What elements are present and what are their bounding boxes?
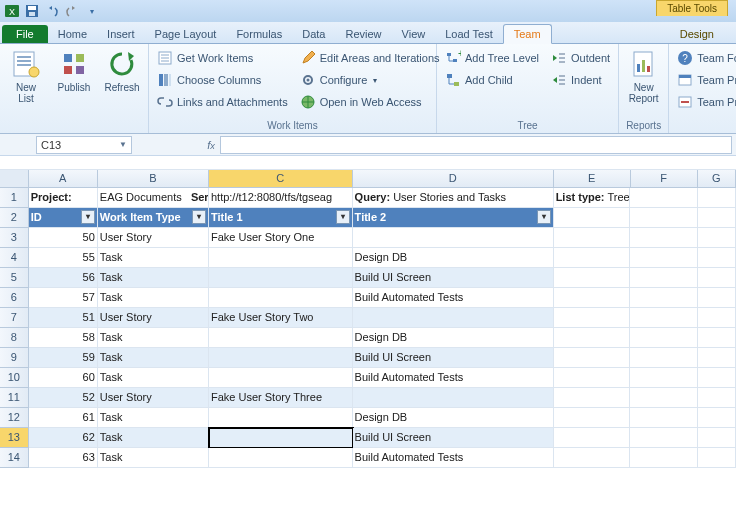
cell-A1[interactable]: Project: [29,188,98,208]
cell-blank[interactable] [554,388,631,408]
filter-icon[interactable]: ▾ [192,210,206,224]
cell-id[interactable]: 60 [29,368,98,388]
cell-title1[interactable]: Fake User Story Two [209,308,353,328]
cell-id[interactable]: 52 [29,388,98,408]
tab-design[interactable]: Design [666,25,728,43]
cell-title1[interactable] [209,328,353,348]
tab-team[interactable]: Team [503,24,552,44]
cell-title1[interactable] [209,248,353,268]
cell-blank[interactable] [698,428,736,448]
fx-icon[interactable]: fx [202,139,220,151]
tab-insert[interactable]: Insert [97,25,145,43]
cell-title1[interactable] [209,268,353,288]
tab-load-test[interactable]: Load Test [435,25,503,43]
cell-title2[interactable]: Build Automated Tests [353,368,554,388]
cell-wit[interactable]: Task [98,368,209,388]
header-work-item-type[interactable]: Work Item Type▾ [98,208,209,228]
cell-blank[interactable] [630,288,697,308]
cell-blank[interactable] [630,268,697,288]
col-header-A[interactable]: A [29,170,98,187]
cell-blank[interactable] [630,228,697,248]
redo-icon[interactable] [64,3,80,19]
publish-button[interactable]: Publish [52,46,96,119]
team-project-button-2[interactable]: Team Pr [673,92,736,112]
row-header-10[interactable]: 10 [0,368,29,388]
cell-blank[interactable] [698,388,736,408]
undo-icon[interactable] [44,3,60,19]
file-tab[interactable]: File [2,25,48,43]
cell-id[interactable]: 59 [29,348,98,368]
cell-blank[interactable] [698,448,736,468]
cell-id[interactable]: 56 [29,268,98,288]
cell-blank[interactable] [698,348,736,368]
cell-blank[interactable] [554,448,631,468]
add-tree-level-button[interactable]: +Add Tree Level [441,48,543,68]
tab-formulas[interactable]: Formulas [226,25,292,43]
cell-wit[interactable]: Task [98,408,209,428]
cell-blank[interactable] [698,328,736,348]
filter-icon[interactable]: ▾ [81,210,95,224]
cell-blank[interactable] [698,408,736,428]
cell-blank[interactable] [630,368,697,388]
col-header-E[interactable]: E [554,170,631,187]
cell-blank[interactable] [630,348,697,368]
cell-blank[interactable] [630,428,697,448]
cell-title2[interactable]: Design DB [353,408,554,428]
cell-wit[interactable]: Task [98,448,209,468]
row-header-8[interactable]: 8 [0,328,29,348]
cell-title2[interactable]: Build UI Screen [353,268,554,288]
cell-id[interactable]: 50 [29,228,98,248]
row-header-6[interactable]: 6 [0,288,29,308]
cell-blank[interactable] [554,308,631,328]
cell-blank[interactable] [698,288,736,308]
open-web-button[interactable]: Open in Web Access [296,92,444,112]
cell-blank[interactable] [630,388,697,408]
cell-wit[interactable]: Task [98,268,209,288]
formula-input[interactable] [220,136,732,154]
tab-data[interactable]: Data [292,25,335,43]
indent-button[interactable]: Indent [547,70,614,90]
cell-title2[interactable]: Build Automated Tests [353,288,554,308]
cell-B1[interactable]: EAG Documents Server: [98,188,209,208]
cell-blank[interactable] [554,328,631,348]
links-attachments-button[interactable]: Links and Attachments [153,92,292,112]
cell-id[interactable]: 61 [29,408,98,428]
get-work-items-button[interactable]: Get Work Items [153,48,292,68]
cell-wit[interactable]: Task [98,428,209,448]
cell-id[interactable]: 58 [29,328,98,348]
cell-blank[interactable] [554,348,631,368]
header-id[interactable]: ID▾ [29,208,98,228]
chevron-down-icon[interactable]: ▼ [119,140,127,149]
cell-wit[interactable]: Task [98,248,209,268]
cell-blank[interactable] [630,448,697,468]
row-header-1[interactable]: 1 [0,188,29,208]
cell-title1[interactable] [209,408,353,428]
cell-E2[interactable] [554,208,631,228]
filter-icon[interactable]: ▾ [336,210,350,224]
add-child-button[interactable]: Add Child [441,70,543,90]
cell-title2[interactable]: Build UI Screen [353,428,554,448]
name-box[interactable]: C13▼ [36,136,132,154]
row-header-3[interactable]: 3 [0,228,29,248]
filter-icon[interactable]: ▾ [537,210,551,224]
cell-blank[interactable] [554,268,631,288]
tab-review[interactable]: Review [335,25,391,43]
cell-wit[interactable]: Task [98,348,209,368]
cell-blank[interactable] [698,308,736,328]
cell-blank[interactable] [554,288,631,308]
tab-view[interactable]: View [392,25,436,43]
save-icon[interactable] [24,3,40,19]
header-title-1[interactable]: Title 1▾ [209,208,353,228]
cell-wit[interactable]: Task [98,328,209,348]
new-report-button[interactable]: New Report [623,46,664,119]
cell-blank[interactable] [554,408,631,428]
cell-G1[interactable] [698,188,736,208]
cell-blank[interactable] [698,268,736,288]
cell-blank[interactable] [554,248,631,268]
row-header-4[interactable]: 4 [0,248,29,268]
cell-title2[interactable]: Build Automated Tests [353,448,554,468]
refresh-button[interactable]: Refresh [100,46,144,119]
row-header-9[interactable]: 9 [0,348,29,368]
row-header-2[interactable]: 2 [0,208,29,228]
cell-blank[interactable] [554,428,631,448]
